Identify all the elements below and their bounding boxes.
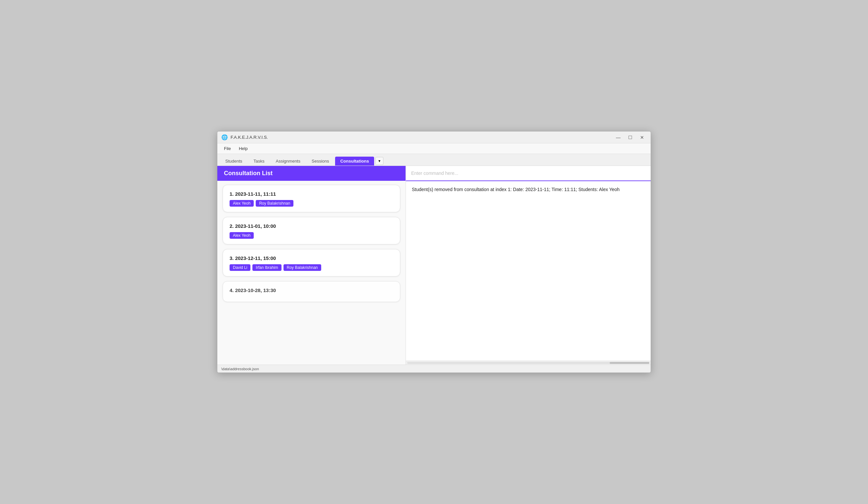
- card-title-2: 2. 2023-11-01, 10:00: [229, 223, 393, 229]
- title-bar: 🌐 F.A.K.E.J.A.R.V.I.S. — ☐ ✕: [217, 131, 651, 143]
- tab-sessions[interactable]: Sessions: [306, 157, 334, 165]
- tag-irfan: Irfan Ibrahim: [252, 264, 281, 271]
- status-bar: \data\addressbook.json: [217, 365, 651, 373]
- close-button[interactable]: ✕: [638, 133, 647, 142]
- status-text: \data\addressbook.json: [221, 367, 259, 371]
- tag-roy-1: Roy Balakrishnan: [256, 200, 293, 206]
- app-icon: 🌐: [221, 134, 228, 140]
- tab-students[interactable]: Students: [220, 157, 247, 165]
- consultation-list: 1. 2023-11-11, 11:11 Alex Yeoh Roy Balak…: [217, 181, 405, 365]
- scrollbar-area: [406, 361, 651, 365]
- left-panel: Consultation List 1. 2023-11-11, 11:11 A…: [217, 166, 406, 365]
- main-window: 🌐 F.A.K.E.J.A.R.V.I.S. — ☐ ✕ File Help S…: [217, 131, 651, 373]
- output-text: Student(s) removed from consultation at …: [412, 186, 645, 193]
- consultation-card-2[interactable]: 2. 2023-11-01, 10:00 Alex Yeoh: [223, 217, 400, 244]
- output-area: Student(s) removed from consultation at …: [406, 181, 651, 361]
- minimize-button[interactable]: —: [613, 133, 623, 142]
- card-tags-1: Alex Yeoh Roy Balakrishnan: [229, 200, 393, 206]
- app-title: F.A.K.E.J.A.R.V.I.S.: [230, 135, 613, 140]
- menu-file[interactable]: File: [220, 145, 235, 152]
- command-input-container: [406, 166, 651, 181]
- consultation-card-4[interactable]: 4. 2023-10-28, 13:30: [223, 281, 400, 302]
- card-title-3: 3. 2023-12-11, 15:00: [229, 255, 393, 261]
- card-tags-3: David Li Irfan Ibrahim Roy Balakrishnan: [229, 264, 393, 271]
- consultation-card-1[interactable]: 1. 2023-11-11, 11:11 Alex Yeoh Roy Balak…: [223, 185, 400, 212]
- tag-alex-yeoh-1: Alex Yeoh: [229, 200, 254, 206]
- card-tags-2: Alex Yeoh: [229, 232, 393, 239]
- tag-david-li: David Li: [229, 264, 250, 271]
- card-title-1: 1. 2023-11-11, 11:11: [229, 191, 393, 197]
- right-panel: Student(s) removed from consultation at …: [406, 166, 651, 365]
- tag-roy-3: Roy Balakrishnan: [283, 264, 321, 271]
- tab-consultations[interactable]: Consultations: [335, 157, 374, 165]
- scrollbar-track[interactable]: [407, 362, 649, 364]
- tab-tasks[interactable]: Tasks: [248, 157, 270, 165]
- maximize-button[interactable]: ☐: [626, 133, 635, 142]
- menu-bar: File Help: [217, 143, 651, 154]
- menu-help[interactable]: Help: [235, 145, 252, 152]
- tab-overflow-button[interactable]: ▾: [375, 157, 383, 165]
- main-content: Consultation List 1. 2023-11-11, 11:11 A…: [217, 166, 651, 365]
- consultation-card-3[interactable]: 3. 2023-12-11, 15:00 David Li Irfan Ibra…: [223, 249, 400, 276]
- command-input[interactable]: [411, 169, 645, 177]
- tab-assignments[interactable]: Assignments: [271, 157, 306, 165]
- tag-alex-yeoh-2: Alex Yeoh: [229, 232, 254, 239]
- tab-bar: Students Tasks Assignments Sessions Cons…: [217, 154, 651, 166]
- window-controls: — ☐ ✕: [613, 133, 647, 142]
- scrollbar-thumb[interactable]: [610, 362, 649, 364]
- panel-header: Consultation List: [217, 166, 405, 181]
- card-title-4: 4. 2023-10-28, 13:30: [229, 288, 393, 293]
